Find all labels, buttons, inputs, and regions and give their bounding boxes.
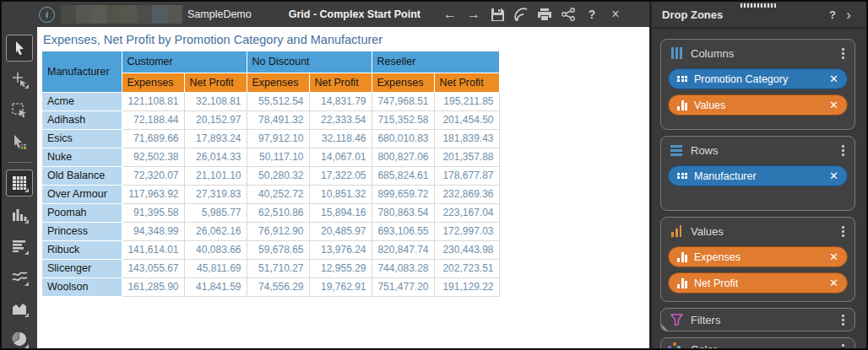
columns-menu-button[interactable] [838,45,848,62]
app-window: i SampleDemo Grid - Complex Start Point … [0,0,868,350]
remove-field-icon[interactable]: ✕ [824,73,838,84]
field-pill-values[interactable]: Values✕ [668,94,848,116]
sidebar-divider [8,162,31,163]
table-row: Over Armour117,963.9227,319.8340,252.721… [42,185,499,203]
view-title: Grid - Complex Start Point [289,8,420,20]
area-chart-icon [12,302,27,315]
field-pill-promotion-category[interactable]: Promotion Category✕ [668,68,848,89]
value-cell: 232,869.36 [434,185,499,203]
row-label-cell: Over Armour [42,185,122,203]
measure-header[interactable]: Expenses [247,73,309,92]
remove-field-icon[interactable]: ✕ [824,251,838,262]
select-tool[interactable] [6,35,33,62]
field-pill-net-profit[interactable]: Net Profit✕ [668,272,848,293]
pivot-grid-container: ManufacturerCustomerNo DiscountResellerE… [42,51,500,297]
value-cell: 22,333.54 [309,110,372,129]
redacted-text [61,5,182,24]
table-row: Acme121,108.8132,108.8155,512.5414,831.7… [42,92,499,110]
bar-chart-visualization[interactable] [6,232,33,259]
filters-menu-button[interactable] [838,311,848,329]
value-cell: 50,280.32 [247,166,309,185]
save-icon[interactable] [487,4,507,24]
value-cell: 72,188.44 [122,110,184,129]
grip-icon [677,173,687,180]
remove-field-icon[interactable]: ✕ [824,277,838,288]
value-cell: 744,083.28 [372,259,434,277]
marquee-select-tool[interactable] [6,97,33,124]
panel-help-icon[interactable]: ? [823,8,842,21]
crosshair-select-tool[interactable] [6,66,33,93]
line-chart-visualization[interactable] [6,263,33,290]
filters-drop-zone[interactable]: Filters [660,308,855,331]
value-cell: 74,556.29 [247,277,309,296]
column-group-header[interactable]: Reseller [372,51,499,73]
measure-header[interactable]: Net Profit [184,73,247,92]
columns-label: Columns [691,47,734,60]
area-chart-visualization[interactable] [6,294,33,321]
table-row: Ribuck141,614.0140,083.6659,678.6513,976… [42,240,499,259]
row-label-cell: Acme [42,92,122,110]
bar-chart-icon [12,240,27,252]
field-pill-manufacturer[interactable]: Manufacturer✕ [668,165,848,186]
info-icon[interactable]: i [39,7,55,23]
main-area: i SampleDemo Grid - Complex Start Point … [2,2,649,348]
measure-header[interactable]: Expenses [122,73,184,92]
values-drop-zone[interactable]: Values Expenses✕Net Profit✕ [660,217,855,302]
field-pill-expenses[interactable]: Expenses✕ [668,246,848,267]
title-bar: i SampleDemo Grid - Complex Start Point … [2,2,649,27]
bar-chart-icon [677,278,687,288]
value-cell: 685,824.61 [372,166,434,185]
table-row: Old Balance72,320.0721,101.1050,280.3217… [42,166,499,185]
visualization-canvas: Expenses, Net Profit by Promotion Catego… [37,27,649,348]
rows-menu-button[interactable] [838,142,848,159]
measure-header[interactable]: Net Profit [309,73,372,92]
forward-button[interactable]: → [464,4,484,24]
value-cell: 715,352.58 [372,110,434,129]
measure-header[interactable]: Net Profit [434,73,499,92]
value-cell: 97,912.10 [247,129,309,148]
grid-icon [12,175,27,191]
back-button[interactable]: ← [440,4,460,24]
row-dimension-header[interactable]: Manufacturer [42,51,122,92]
value-cell: 20,152.97 [184,110,247,129]
rows-drop-zone[interactable]: Rows Manufacturer✕ [660,136,855,211]
app-label: SampleDemo [187,8,252,20]
measure-header[interactable]: Expenses [372,73,434,92]
value-cell: 20,485.97 [309,222,372,240]
subscribe-rss-icon[interactable] [511,4,531,24]
value-cell: 26,062.16 [184,222,247,240]
columns-icon [668,47,685,59]
table-row: Adihash72,188.4420,152.9778,491.3222,333… [42,110,499,129]
remove-field-icon[interactable]: ✕ [824,170,838,181]
value-cell: 10,851.32 [309,185,372,203]
column-group-header[interactable]: Customer [122,51,247,73]
value-cell: 72,320.07 [122,166,184,185]
value-cell: 55,512.54 [247,92,309,110]
drop-zones-title: Drop Zones [662,8,723,21]
values-menu-button[interactable] [838,223,848,240]
columns-drop-zone[interactable]: Columns Promotion Category✕Values✕ [660,39,855,130]
column-group-header[interactable]: No Discount [247,51,372,73]
value-cell: 76,912.90 [247,222,309,240]
color-drop-zone[interactable]: Color [660,337,855,350]
pie-chart-visualization[interactable] [6,326,33,350]
panel-collapse-icon[interactable]: › [842,8,855,22]
grid-visualization[interactable] [6,170,33,197]
row-label-cell: Nuke [42,148,122,166]
color-menu-button[interactable] [838,341,848,350]
value-cell: 41,841.59 [184,277,247,296]
print-icon[interactable] [534,4,555,24]
cursor-dots-icon [12,134,27,149]
row-label-cell: Adihash [42,110,122,129]
close-icon[interactable]: × [605,4,626,24]
help-icon[interactable]: ? [582,4,602,24]
smart-select-tool[interactable] [6,128,33,155]
share-icon[interactable] [558,4,578,24]
value-cell: 17,322.05 [309,166,372,185]
values-label: Values [691,225,724,238]
value-cell: 201,454.50 [434,110,499,129]
value-cell: 78,491.32 [247,110,309,129]
column-chart-visualization[interactable] [6,201,33,228]
value-cell: 14,067.01 [309,148,372,166]
remove-field-icon[interactable]: ✕ [824,100,838,110]
